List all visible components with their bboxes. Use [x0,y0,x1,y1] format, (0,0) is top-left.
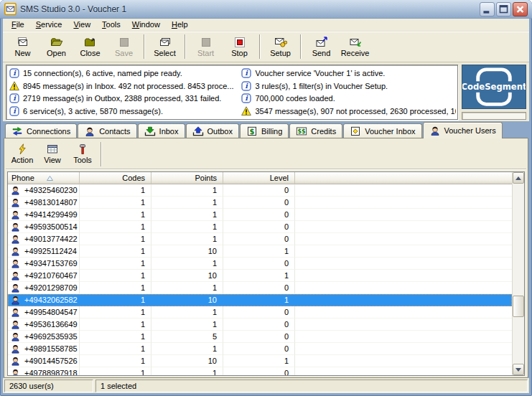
status-message: i6 service(s), 3 active, 5870 message(s)… [9,105,241,118]
tab-connections[interactable]: Connections [5,123,77,138]
column-header-codes[interactable]: Codes [80,172,151,184]
phone-cell: +49891558785 [8,343,80,355]
tab-voucher-users[interactable]: Voucher Users [423,122,503,138]
action-button-label: Action [11,156,34,164]
table-row[interactable]: +49325460230110 [8,184,512,197]
receive-button[interactable]: Receive [338,33,372,60]
tab-label: Credits [311,127,336,136]
scroll-up-button[interactable] [513,172,524,184]
column-header-level[interactable]: Level [223,172,295,184]
stop-button[interactable]: Stop [223,33,256,60]
menu-help[interactable]: Help [166,19,194,30]
column-header-phone[interactable]: Phone [8,172,80,184]
table-row[interactable]: +49593500514110 [8,221,512,233]
status-message-row: i15 connection(s), 6 active, named pipe … [3,62,529,121]
close-button[interactable] [513,2,528,16]
open-button[interactable]: Open [39,33,73,60]
level-cell: 0 [223,343,295,355]
user-icon [11,197,20,207]
status-message-text: 6 service(s), 3 active, 5870 message(s). [23,107,163,116]
table-row[interactable]: +49013774422110 [8,233,512,245]
select-button[interactable]: Select [148,33,182,60]
phone-number: +49210760467 [24,271,78,280]
phone-number: +49891558785 [24,344,78,353]
table-row[interactable]: +490144575261101 [8,355,512,367]
scrollbar-thumb[interactable] [513,296,524,317]
tab-inbox[interactable]: Inbox [138,123,185,138]
user-icon [11,307,20,317]
table-row[interactable]: +49813014807110 [8,197,512,209]
status-message: i15 connection(s), 6 active, named pipe … [9,67,241,80]
tab-contacts[interactable]: Contacts [78,123,136,138]
table-row[interactable]: +49788987918110 [8,367,512,375]
info-icon: i [241,81,251,91]
arrow-down-icon [515,368,521,372]
table-row[interactable]: +492107604671101 [8,270,512,282]
scroll-down-button[interactable] [513,364,524,375]
phone-number: +49692535935 [24,332,78,341]
table-row[interactable]: +499251124241101 [8,245,512,258]
menu-tools[interactable]: Tools [96,19,126,30]
level-cell: 1 [223,294,295,306]
status-message: 3547 message(s), 907 not processed, 2630… [241,105,456,118]
user-icon [11,270,20,280]
table-row[interactable]: +49692535935150 [8,331,512,343]
points-cell: 1 [151,343,223,355]
list-rows: +49325460230110+49813014807110+494142994… [8,184,512,375]
tab-voucher-inbox[interactable]: Voucher Inbox [343,123,421,138]
level-cell: 0 [223,258,295,270]
column-header-filler [295,172,512,184]
table-row[interactable]: +49954804547110 [8,306,512,319]
tools-button[interactable]: Tools [67,141,98,168]
codes-cell: 1 [80,331,151,343]
user-icon [11,258,20,268]
start-icon [200,37,213,48]
table-row[interactable]: +49414299499110 [8,209,512,221]
table-row[interactable]: +494320625821101 [8,294,512,306]
status-message: i3 rules(s), 1 filter(s) in Voucher Setu… [241,80,456,93]
status-messages-left: i15 connection(s), 6 active, named pipe … [9,67,241,118]
menu-window[interactable]: Window [126,19,166,30]
info-icon: i [9,106,19,116]
send-button[interactable]: Send [304,33,338,60]
table-row[interactable]: +49347153769110 [8,258,512,270]
menu-service[interactable]: Service [30,19,68,30]
points-cell: 5 [151,331,223,343]
new-icon [17,37,29,48]
points-cell: 1 [151,319,223,331]
column-header-label: Codes [122,174,145,182]
phone-number: +49013774422 [24,235,78,243]
level-cell: 1 [223,245,295,258]
close-button[interactable]: Close [73,33,107,60]
new-button-label: New [14,49,30,57]
status-bar: 2630 user(s) 1 selected [3,378,529,393]
new-button[interactable]: New [6,33,39,60]
phone-number: +49201298709 [24,283,78,292]
view-button[interactable]: View [37,141,67,168]
selection-count-panel: 1 selected [95,380,528,392]
setup-button[interactable]: Setup [263,33,297,60]
user-icon [11,319,20,329]
menu-file[interactable]: File [6,19,30,30]
table-row[interactable]: +49536136649110 [8,319,512,331]
phone-cell: +49347153769 [8,258,80,270]
tab-credits[interactable]: $$Credits [289,123,342,138]
tab-billing[interactable]: $Billing [240,123,289,138]
row-filler [295,294,512,306]
arrow-up-icon [515,176,521,180]
minimize-button[interactable] [480,2,495,16]
maximize-button[interactable] [496,2,511,16]
toolbar-separator [144,34,145,59]
table-row[interactable]: +49891558785110 [8,343,512,355]
titlebar: SMS Studio 3.0 - Voucher 1 [0,0,532,19]
open-icon [50,37,63,48]
user-icon [11,234,20,244]
column-header-points[interactable]: Points [151,172,223,184]
tab-outbox[interactable]: Outbox [186,123,239,138]
action-button[interactable]: Action [7,141,37,168]
user-count-panel: 2630 user(s) [4,380,93,392]
phone-number: +49014457526 [24,357,78,365]
vertical-scrollbar[interactable] [512,172,524,375]
menu-view[interactable]: View [67,19,96,30]
table-row[interactable]: +49201298709110 [8,282,512,294]
